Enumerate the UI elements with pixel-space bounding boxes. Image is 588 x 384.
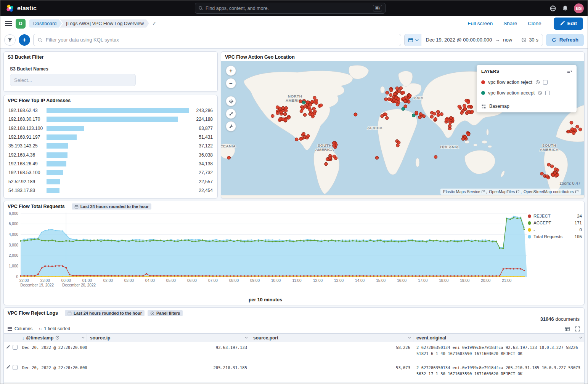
elastic-brand[interactable]: elastic [0, 4, 37, 13]
reject-geo-marker[interactable] [389, 93, 392, 97]
reject-geo-marker[interactable] [303, 113, 307, 117]
accept-geo-marker[interactable] [412, 114, 415, 117]
legend-item[interactable]: -0 [528, 226, 582, 233]
panel-title[interactable]: S3 Bucket Filter [4, 52, 217, 61]
reject-geo-marker[interactable] [422, 115, 426, 118]
time-range-badge[interactable]: Last 24 hours rounded to the hour [72, 203, 151, 210]
reject-geo-marker[interactable] [307, 134, 310, 138]
accept-geo-marker[interactable] [302, 101, 306, 104]
bar[interactable] [47, 179, 60, 184]
global-search-input[interactable] [206, 6, 373, 11]
refresh-button[interactable]: Refresh [546, 34, 584, 46]
share-link[interactable]: Share [503, 21, 517, 26]
reject-geo-marker[interactable] [396, 144, 400, 147]
reject-geo-marker[interactable] [320, 104, 323, 107]
reject-geo-marker[interactable] [299, 100, 302, 103]
expand-row-icon[interactable] [6, 345, 10, 349]
reject-geo-marker[interactable] [302, 132, 305, 136]
reject-geo-marker[interactable] [402, 91, 405, 94]
edit-button[interactable]: Edit [554, 18, 583, 30]
bar[interactable] [47, 117, 178, 122]
reject-geo-marker[interactable] [550, 165, 554, 168]
reject-geo-marker[interactable] [430, 115, 434, 118]
reject-geo-marker[interactable] [403, 99, 407, 103]
reject-geo-marker[interactable] [308, 108, 312, 112]
layer-basemap[interactable]: Basemap [477, 100, 577, 112]
reject-geo-marker[interactable] [387, 98, 391, 101]
zoom-out-icon[interactable]: − [226, 78, 236, 88]
bar[interactable] [47, 152, 67, 158]
reject-geo-marker[interactable] [399, 86, 403, 90]
reject-geo-marker[interactable] [467, 105, 471, 109]
reject-geo-marker[interactable] [333, 144, 336, 147]
attribution-link[interactable]: Elastic Maps Service [443, 189, 485, 194]
global-search[interactable]: ⌘/ [195, 3, 386, 14]
reject-geo-marker[interactable] [572, 131, 575, 135]
reject-geo-marker[interactable] [306, 101, 310, 104]
grid-header-eventoriginal[interactable]: event.original [413, 334, 584, 342]
reject-geo-marker[interactable] [415, 111, 418, 114]
date-start[interactable]: Dec 19, 2022 @ 00:00:00.000 [426, 37, 492, 43]
reject-geo-marker[interactable] [551, 174, 555, 177]
reject-geo-marker[interactable] [328, 156, 332, 160]
reject-geo-marker[interactable] [384, 98, 388, 101]
reject-geo-marker[interactable] [463, 104, 466, 107]
reject-geo-marker[interactable] [386, 91, 389, 94]
reject-geo-marker[interactable] [393, 92, 397, 96]
time-range-badge[interactable]: Last 24 hours rounded to the hour [65, 310, 145, 316]
legend-item[interactable]: ACCEPT171 [528, 219, 582, 226]
reject-geo-marker[interactable] [547, 163, 551, 166]
refresh-interval-control[interactable]: 30 s [517, 34, 543, 46]
bar[interactable] [47, 143, 68, 149]
reject-geo-marker[interactable] [354, 113, 357, 117]
reject-geo-marker[interactable] [467, 101, 470, 104]
display-options-icon[interactable] [564, 326, 570, 332]
reject-geo-marker[interactable] [437, 110, 440, 114]
reject-geo-marker[interactable] [309, 103, 312, 106]
grid-header-sourceport[interactable]: source.port [250, 334, 413, 342]
grid-header-timestamp[interactable]: ↓@timestamp [19, 334, 87, 342]
layer-accept[interactable]: vpc flow action accept [477, 88, 577, 98]
reject-geo-marker[interactable] [578, 128, 582, 131]
fullscreen-icon[interactable] [575, 326, 580, 332]
reject-geo-marker[interactable] [375, 156, 379, 160]
reject-geo-marker[interactable] [280, 110, 283, 114]
reject-geo-marker[interactable] [311, 100, 314, 104]
date-range[interactable]: Dec 19, 2022 @ 00:00:00.000 → now [421, 37, 517, 43]
breadcrumb-dashboard[interactable]: Dashboard [29, 19, 62, 28]
tools-icon[interactable] [226, 121, 236, 131]
reject-geo-marker[interactable] [463, 107, 467, 110]
legend-item[interactable]: Total Requests195 [528, 233, 582, 240]
panel-title[interactable]: VPC Flow Total Requests [4, 201, 69, 210]
reject-geo-marker[interactable] [570, 128, 574, 131]
panel-title[interactable]: VPC Flow Reject Logs [4, 308, 62, 317]
reject-geo-marker[interactable] [540, 172, 544, 175]
accept-geo-marker[interactable] [402, 107, 405, 111]
reject-geo-marker[interactable] [437, 114, 440, 117]
reject-geo-marker[interactable] [276, 111, 280, 115]
reject-geo-marker[interactable] [279, 117, 282, 121]
bar[interactable] [47, 170, 63, 175]
columns-button[interactable]: Columns [8, 326, 32, 331]
reject-geo-marker[interactable] [576, 125, 579, 128]
panel-filters-badge[interactable]: Panel filters [148, 310, 183, 316]
reject-geo-marker[interactable] [440, 112, 443, 116]
reject-geo-marker[interactable] [461, 137, 465, 141]
full-screen-link[interactable]: Full screen [468, 21, 493, 26]
layer-reject[interactable]: vpc flow action reject [477, 77, 577, 88]
target-icon[interactable] [226, 96, 236, 106]
fit-to-data-icon[interactable] [226, 109, 236, 119]
reject-geo-marker[interactable] [284, 118, 288, 122]
reject-geo-marker[interactable] [281, 106, 285, 110]
layer-checkbox[interactable] [545, 91, 550, 95]
globe-icon[interactable] [549, 5, 556, 12]
reject-geo-marker[interactable] [390, 89, 393, 92]
world-map[interactable]: NORTHAMERICAASIAAFRICASOUTHAMERICAOCEANI… [221, 61, 584, 198]
reject-geo-marker[interactable] [227, 156, 231, 160]
reject-geo-marker[interactable] [299, 137, 302, 141]
reject-geo-marker[interactable] [295, 138, 299, 141]
attribution-link[interactable]: OpenMapTiles [486, 189, 519, 194]
s3-bucket-select[interactable]: Select... [10, 74, 136, 86]
reject-geo-marker[interactable] [434, 155, 437, 159]
row-checkbox[interactable] [13, 365, 18, 370]
